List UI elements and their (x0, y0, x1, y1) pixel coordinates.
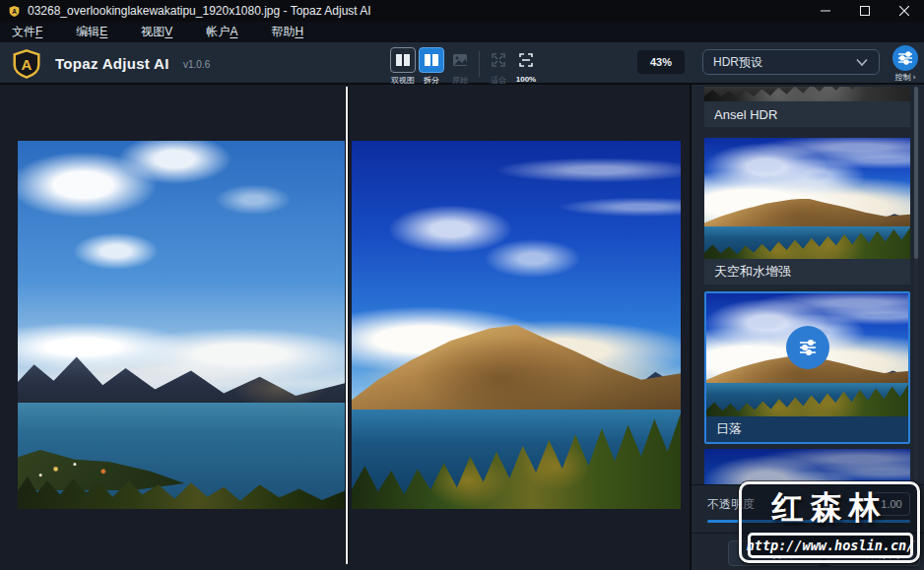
preset-card-next[interactable] (704, 449, 910, 484)
fit-icon (486, 47, 511, 73)
zoom-100-button[interactable]: 100% (512, 47, 540, 84)
preset-card-ansel-hdr[interactable]: Ansel HDR (704, 87, 910, 127)
zoom-100-icon (513, 47, 539, 73)
preset-thumbnail[interactable] (706, 293, 908, 416)
app-window: A 03268_overlookinglakewakatipu_1920x108… (0, 0, 924, 570)
app-version: v1.0.6 (183, 59, 210, 70)
split-view-icon (419, 47, 444, 73)
split-divider-handle[interactable] (345, 87, 349, 564)
fit-button[interactable]: 适合 (485, 47, 512, 86)
watermark-url: http://www.hoslin.cn/ (747, 538, 915, 553)
preset-thumbnail[interactable] (704, 138, 910, 259)
app-icon: A (8, 5, 21, 18)
watermark-url-box: http://www.hoslin.cn/ (748, 533, 913, 558)
image-canvas (0, 87, 690, 570)
zoom-value: 43% (637, 50, 685, 74)
preset-label: Ansel HDR (704, 101, 910, 127)
preset-thumbnail[interactable] (704, 449, 910, 484)
controls-button[interactable]: 控制 › (890, 45, 921, 83)
split-view-button[interactable]: 拆分 (418, 47, 445, 86)
preset-scrollbar[interactable] (914, 87, 918, 484)
menu-item-view[interactable]: 视图V (131, 22, 182, 42)
app-name: Topaz Adjust AI (55, 55, 169, 72)
menu-item-help[interactable]: 帮助H (261, 22, 313, 42)
close-button[interactable] (885, 0, 924, 22)
preset-dropdown[interactable]: HDR预设 (702, 49, 880, 75)
original-view-button[interactable]: 原始 (446, 47, 474, 86)
toolbar: A Topaz Adjust AI v1.0.6 双视图 拆分 原始 (0, 42, 924, 85)
preset-label: 日落 (706, 416, 908, 442)
svg-text:A: A (12, 8, 17, 15)
preset-card-sunset[interactable]: 日落 (704, 291, 910, 444)
controls-label: 控制 › (890, 72, 921, 83)
after-image (352, 141, 681, 509)
maximize-button[interactable] (845, 0, 885, 22)
watermark-title: 红森林 (742, 486, 917, 530)
menu-item-file[interactable]: 文件F (2, 22, 52, 42)
before-image (18, 141, 345, 509)
preset-scrollbar-thumb[interactable] (914, 87, 918, 259)
preset-thumbnail[interactable] (704, 87, 910, 101)
svg-text:A: A (22, 56, 33, 73)
dual-view-button[interactable]: 双视图 (389, 47, 417, 86)
menu-item-edit[interactable]: 编辑E (66, 22, 117, 42)
watermark: 红森林 http://www.hoslin.cn/ (739, 481, 920, 563)
window-title: 03268_overlookinglakewakatipu_1920x1080.… (28, 4, 371, 18)
title-bar: A 03268_overlookinglakewakatipu_1920x108… (0, 0, 924, 22)
dual-view-icon (390, 47, 416, 73)
adjust-preset-icon[interactable] (786, 326, 829, 369)
topaz-logo-icon: A (10, 49, 43, 79)
original-view-icon (447, 47, 473, 73)
menu-bar: 文件F 编辑E 视图V 帐户A 帮助H (0, 22, 924, 42)
minimize-button[interactable] (806, 0, 845, 22)
sliders-icon (892, 45, 918, 71)
menu-item-account[interactable]: 帐户A (196, 22, 247, 42)
preset-card-sky-water[interactable]: 天空和水增强 (704, 138, 910, 285)
preset-label: 天空和水增强 (704, 259, 910, 285)
toolbar-separator (479, 51, 480, 77)
chevron-down-icon (855, 58, 869, 67)
preset-dropdown-value: HDR预设 (713, 54, 762, 71)
